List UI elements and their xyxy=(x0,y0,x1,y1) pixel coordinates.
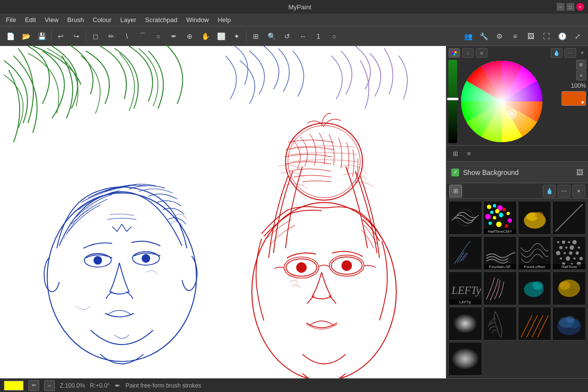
status-btn-1[interactable]: ✏ xyxy=(28,380,39,391)
show-background-icon[interactable]: 🖼 xyxy=(576,169,583,176)
brush-item-3[interactable] xyxy=(518,201,552,235)
brush-item-4[interactable] xyxy=(552,201,586,235)
tool-settings-3[interactable]: ⚙ xyxy=(492,29,507,44)
tool-stamp[interactable]: ✦ xyxy=(229,29,244,44)
show-background-checkbox[interactable]: ✓ xyxy=(451,169,459,176)
brush-item-13[interactable] xyxy=(448,307,482,341)
tool-fullscreen[interactable]: ⛶ xyxy=(539,29,554,44)
brush-item-halftone-cmy[interactable]: HalfToneCMY xyxy=(483,201,517,235)
tool-brush[interactable]: ✏ xyxy=(104,29,119,44)
svg-point-32 xyxy=(503,208,506,211)
color-option-1[interactable]: ⊞ xyxy=(576,60,586,70)
svg-rect-83 xyxy=(484,307,516,340)
color-swatch[interactable] xyxy=(562,91,586,106)
menu-view[interactable]: View xyxy=(41,15,62,24)
tool-curve[interactable]: ⌒ xyxy=(135,29,150,44)
brush-eyedropper[interactable]: 💧 xyxy=(543,185,556,197)
color-option-2[interactable]: ≡ xyxy=(576,71,586,80)
tool-settings-5[interactable]: 🖼 xyxy=(523,29,538,44)
color-options[interactable]: ⋯ xyxy=(564,48,576,58)
tool-line[interactable]: \ xyxy=(120,29,134,44)
tool-expand[interactable]: ⤢ xyxy=(570,29,585,44)
svg-point-62 xyxy=(576,251,579,255)
value-strip[interactable] xyxy=(448,60,457,143)
tool-circle[interactable]: ○ xyxy=(327,29,342,44)
color-tab-list[interactable]: ≡ xyxy=(476,48,488,58)
tool-new[interactable]: 📄 xyxy=(3,29,18,44)
tool-zoom-level[interactable]: 1 xyxy=(311,29,326,44)
value-strip-handle[interactable] xyxy=(447,98,459,100)
brush-item-12[interactable] xyxy=(552,271,586,305)
tool-clock[interactable]: 🕐 xyxy=(555,29,569,44)
tool-redo[interactable]: ↪ xyxy=(69,29,84,44)
svg-point-79 xyxy=(560,281,570,290)
color-eyedropper[interactable]: 💧 xyxy=(551,48,563,58)
svg-point-54 xyxy=(572,240,577,245)
maximize-button[interactable]: □ xyxy=(566,3,574,11)
menu-colour[interactable]: Colour xyxy=(89,15,115,24)
brush-item-5[interactable] xyxy=(448,236,482,270)
tool-erase[interactable]: ◻ xyxy=(88,29,103,44)
tool-pan[interactable]: ✋ xyxy=(198,29,213,44)
brush-item-15[interactable] xyxy=(518,307,552,341)
right-panel: ○ ≡ 💧 ⋯ × xyxy=(446,46,588,378)
toolbar-separator-3 xyxy=(246,30,246,42)
tool-flood[interactable]: ⊕ xyxy=(182,29,197,44)
brush-item-10[interactable] xyxy=(483,271,517,305)
zoom-level: Z:100.0% xyxy=(60,382,85,389)
menu-scratchpad[interactable]: Scratchpad xyxy=(141,15,181,24)
menu-brush[interactable]: Brush xyxy=(63,15,88,24)
canvas-area[interactable] xyxy=(0,46,446,378)
color-wheel-container: ⊞ ≡ 100% xyxy=(448,60,586,143)
brush-item-1[interactable] xyxy=(448,201,482,235)
svg-point-27 xyxy=(487,205,491,209)
tool-rotate[interactable]: ↺ xyxy=(280,29,294,44)
svg-point-91 xyxy=(452,348,479,370)
brush-item-fount-offset[interactable]: Fount-offset xyxy=(518,236,552,270)
color-panel-close[interactable]: × xyxy=(578,49,586,57)
menu-file[interactable]: File xyxy=(2,15,20,24)
brush-view-btn[interactable]: ⊞ xyxy=(449,185,462,197)
tool-undo[interactable]: ↩ xyxy=(53,29,68,44)
tool-settings-4[interactable]: ≡ xyxy=(508,29,522,44)
svg-point-52 xyxy=(562,241,565,244)
svg-point-33 xyxy=(485,214,490,220)
brush-item-halftone[interactable]: HalfTone xyxy=(552,236,586,270)
brush-item-fountain-sf[interactable]: Fountain-SF xyxy=(483,236,517,270)
status-btn-2[interactable]: ↔ xyxy=(44,380,55,391)
color-tab-wheel[interactable] xyxy=(448,48,460,58)
brush-options[interactable]: ⋯ xyxy=(558,185,570,197)
menu-layer[interactable]: Layer xyxy=(117,15,141,24)
tool-save[interactable]: 💾 xyxy=(34,29,49,44)
svg-point-61 xyxy=(569,251,573,255)
menu-window[interactable]: Window xyxy=(182,15,213,24)
toolbar-separator-2 xyxy=(86,30,86,42)
close-button[interactable]: × xyxy=(576,3,584,11)
foreground-color[interactable] xyxy=(4,381,24,391)
tool-zoom[interactable]: 🔍 xyxy=(264,29,279,44)
tool-open[interactable]: 📂 xyxy=(19,29,33,44)
panel-icons-row: ⊞ ≡ xyxy=(446,146,588,162)
brush-item-17[interactable] xyxy=(448,342,482,376)
opacity-percent: 100% xyxy=(571,82,586,89)
menu-help[interactable]: Help xyxy=(214,15,235,24)
tool-ellipse[interactable]: ○ xyxy=(151,29,166,44)
color-tab-sliders[interactable]: ○ xyxy=(462,48,474,58)
menu-edit[interactable]: Edit xyxy=(21,15,40,24)
tool-settings-1[interactable]: 👥 xyxy=(461,29,475,44)
minimize-button[interactable]: − xyxy=(557,3,564,11)
color-wheel[interactable] xyxy=(460,60,543,143)
tool-ink[interactable]: ✒ xyxy=(167,29,181,44)
brush-item-11[interactable] xyxy=(518,271,552,305)
svg-rect-84 xyxy=(518,307,551,340)
tool-settings-2[interactable]: 🔧 xyxy=(476,29,491,44)
tool-move[interactable]: ⊞ xyxy=(248,29,263,44)
brush-item-lefty[interactable]: LEFTy LEFTy xyxy=(448,271,482,305)
tool-mirror[interactable]: ↔ xyxy=(295,29,310,44)
brush-item-16[interactable] xyxy=(552,307,586,341)
tool-rect[interactable]: ⬜ xyxy=(214,29,228,44)
brush-item-14[interactable] xyxy=(483,307,517,341)
layer-list-btn[interactable]: ≡ xyxy=(463,147,475,159)
brush-close[interactable]: × xyxy=(572,185,585,197)
layer-settings-btn[interactable]: ⊞ xyxy=(449,147,461,159)
